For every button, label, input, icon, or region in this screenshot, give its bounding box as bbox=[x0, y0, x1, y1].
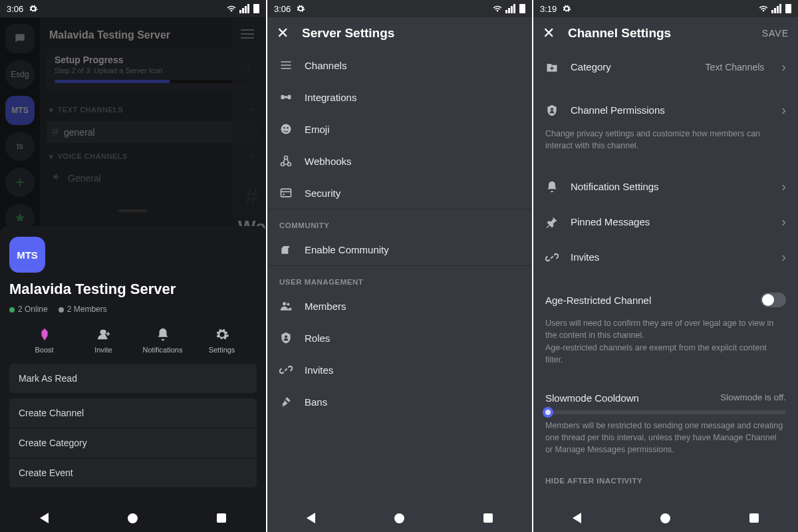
create-group: Create Channel Create Category Create Ev… bbox=[9, 398, 257, 487]
create-category-button[interactable]: Create Category bbox=[9, 428, 257, 458]
invite-icon bbox=[96, 327, 111, 342]
chevron-right-icon: › bbox=[781, 59, 786, 74]
emoji-icon bbox=[279, 122, 293, 136]
boost-label: Boost bbox=[35, 346, 53, 354]
svg-point-15 bbox=[551, 108, 553, 110]
row-invites[interactable]: Invites › bbox=[533, 239, 798, 275]
header: ✕ Channel Settings SAVE bbox=[533, 17, 798, 49]
svg-rect-3 bbox=[285, 96, 288, 98]
integrations-icon bbox=[279, 90, 293, 104]
age-toggle[interactable] bbox=[761, 293, 786, 307]
sheet-server-title: Malavida Testing Server bbox=[9, 281, 257, 298]
battery-icon bbox=[253, 4, 259, 13]
row-invites[interactable]: Invites bbox=[267, 354, 532, 386]
svg-point-6 bbox=[287, 127, 289, 129]
row-label: Invites bbox=[305, 364, 333, 376]
slowmode-slider[interactable] bbox=[545, 410, 786, 414]
row-age-restricted[interactable]: Age-Restricted Channel bbox=[533, 283, 798, 317]
nav-recent-icon[interactable] bbox=[749, 513, 759, 523]
row-webhooks[interactable]: Webhooks bbox=[267, 145, 532, 177]
row-emoji[interactable]: Emoji bbox=[267, 113, 532, 145]
row-members[interactable]: Members bbox=[267, 290, 532, 322]
nav-back-icon[interactable] bbox=[573, 513, 581, 523]
channel-settings-list: Category Text Channels › Channel Permiss… bbox=[533, 49, 798, 489]
chevron-right-icon: › bbox=[781, 214, 786, 229]
sheet-actions: Boost Invite Notifications Settings bbox=[9, 325, 257, 364]
slider-thumb[interactable] bbox=[543, 407, 553, 418]
nav-recent-icon[interactable] bbox=[483, 513, 493, 523]
status-bar: 3:19 bbox=[533, 0, 798, 17]
svg-rect-10 bbox=[281, 189, 291, 197]
bell-icon bbox=[545, 180, 559, 194]
row-pinned[interactable]: Pinned Messages › bbox=[533, 204, 798, 239]
nav-back-icon[interactable] bbox=[40, 513, 49, 523]
row-security[interactable]: Security bbox=[267, 177, 532, 209]
row-label: Roles bbox=[305, 332, 330, 344]
row-notifications[interactable]: Notification Settings › bbox=[533, 169, 798, 204]
bell-icon bbox=[156, 327, 170, 342]
shield-user-icon bbox=[545, 104, 559, 117]
channels-icon bbox=[279, 59, 293, 72]
create-channel-button[interactable]: Create Channel bbox=[9, 398, 257, 428]
row-roles[interactable]: Roles bbox=[267, 322, 532, 354]
row-label: Category bbox=[571, 61, 611, 72]
folder-plus-icon bbox=[545, 61, 559, 74]
status-bar: 3:06 bbox=[0, 0, 266, 17]
row-permissions[interactable]: Channel Permissions › bbox=[533, 92, 798, 128]
create-event-button[interactable]: Create Event bbox=[9, 458, 257, 487]
row-label: Notification Settings bbox=[571, 181, 659, 192]
svg-point-5 bbox=[283, 127, 285, 129]
row-integrations[interactable]: Integrations bbox=[267, 81, 532, 113]
gear-icon bbox=[296, 4, 305, 13]
android-navbar bbox=[267, 504, 532, 532]
nav-back-icon[interactable] bbox=[307, 513, 315, 523]
nav-recent-icon[interactable] bbox=[217, 513, 226, 523]
battery-icon bbox=[519, 4, 525, 13]
invite-button[interactable]: Invite bbox=[74, 327, 133, 354]
status-bar: 3:06 bbox=[267, 0, 532, 17]
link-icon bbox=[279, 363, 293, 376]
slowmode-label: Slowmode Cooldown bbox=[545, 392, 639, 404]
row-category[interactable]: Category Text Channels › bbox=[533, 49, 798, 84]
row-label: Bans bbox=[305, 396, 327, 408]
nav-home-icon[interactable] bbox=[394, 513, 404, 523]
svg-point-14 bbox=[285, 335, 287, 338]
link-icon bbox=[545, 251, 559, 264]
settings-label: Settings bbox=[209, 346, 235, 354]
boost-button[interactable]: Boost bbox=[15, 327, 74, 354]
mark-as-read-button[interactable]: Mark As Read bbox=[9, 364, 257, 393]
slowmode-value: Slowmode is off. bbox=[720, 392, 786, 404]
permissions-desc: Change privacy settings and customize ho… bbox=[533, 128, 798, 161]
row-label: Age-Restricted Channel bbox=[545, 295, 651, 306]
server-action-sheet: MTS Malavida Testing Server 2 Online 2 M… bbox=[0, 226, 266, 532]
svg-rect-1 bbox=[281, 95, 285, 100]
gear-icon bbox=[29, 4, 38, 13]
android-navbar bbox=[533, 504, 798, 532]
close-icon[interactable]: ✕ bbox=[277, 25, 289, 42]
row-label: Enable Community bbox=[305, 244, 389, 255]
header: ✕ Server Settings bbox=[267, 17, 532, 49]
online-dot-icon bbox=[9, 307, 15, 313]
row-channels[interactable]: Channels bbox=[267, 49, 532, 81]
nav-home-icon[interactable] bbox=[128, 513, 138, 523]
chevron-right-icon: › bbox=[781, 179, 786, 194]
row-bans[interactable]: Bans bbox=[267, 386, 532, 418]
android-navbar bbox=[0, 504, 266, 532]
notifications-label: Notifications bbox=[143, 346, 183, 354]
row-label: Invites bbox=[571, 251, 599, 263]
save-button[interactable]: SAVE bbox=[762, 28, 789, 39]
settings-button[interactable]: Settings bbox=[192, 327, 251, 354]
signal-icon bbox=[239, 4, 249, 13]
server-icon: MTS bbox=[9, 237, 45, 273]
nav-home-icon[interactable] bbox=[660, 513, 670, 523]
community-icon bbox=[279, 243, 293, 256]
row-enable-community[interactable]: Enable Community bbox=[267, 233, 532, 265]
row-label: Integrations bbox=[305, 92, 356, 103]
row-value: Text Channels bbox=[706, 62, 765, 72]
row-label: Security bbox=[305, 188, 340, 199]
page-title: Server Settings bbox=[302, 26, 394, 41]
webhooks-icon bbox=[279, 154, 293, 168]
bans-icon bbox=[279, 395, 293, 408]
close-icon[interactable]: ✕ bbox=[543, 25, 555, 42]
notifications-button[interactable]: Notifications bbox=[133, 327, 192, 354]
